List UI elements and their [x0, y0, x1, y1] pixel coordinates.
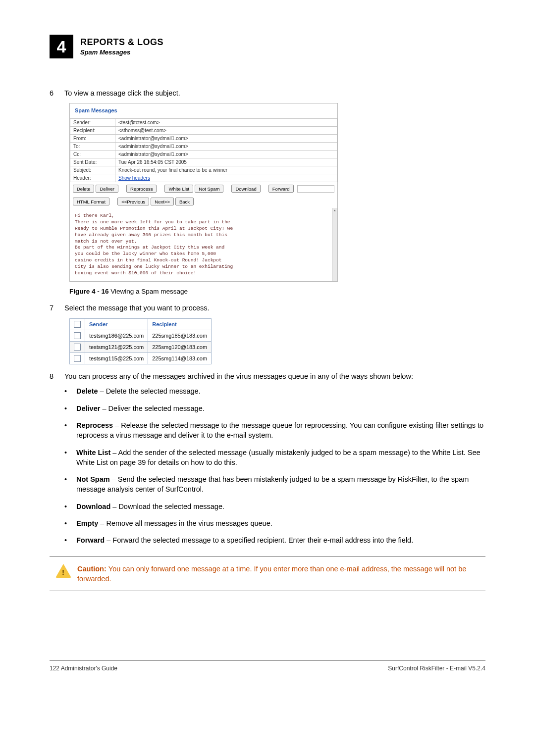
step-8: 8 You can process any of the messages ar…	[50, 371, 485, 381]
body-line: Be part of the winnings at Jackpot City …	[75, 245, 322, 251]
step-number: 8	[50, 371, 64, 381]
figure-text: Viewing a Spam message	[109, 288, 188, 295]
row-checkbox[interactable]	[74, 344, 81, 351]
table-row: testsmg115@225.com 225smg114@183.com	[70, 353, 212, 364]
caution-box: ! Caution: You can only forward one mess…	[50, 556, 485, 592]
cell-recipient: 225smg114@183.com	[148, 353, 212, 364]
reprocess-button[interactable]: Reprocess	[126, 185, 157, 193]
body-line: Hi there Karl,	[75, 213, 322, 219]
bullet-desc: – Send the selected message that has bee…	[76, 475, 469, 493]
caution-label: Caution:	[77, 565, 108, 573]
message-detail-table: Sender:<test@tctest.com> Recipient:<stho…	[70, 118, 337, 182]
row-checkbox[interactable]	[74, 355, 81, 362]
html-format-button[interactable]: HTML Format	[73, 198, 109, 205]
notspam-button[interactable]: Not Spam	[195, 185, 223, 193]
value-to: <administrator@sydmail1.com>	[115, 143, 337, 151]
step-text: Select the message that you want to proc…	[64, 303, 485, 313]
forward-input[interactable]	[297, 185, 334, 193]
caution-text: You can only forward one message at a ti…	[77, 565, 466, 583]
scroll-up-icon[interactable]: ▴	[332, 208, 337, 213]
scrollbar[interactable]: ▴	[332, 208, 337, 281]
body-line: match is not over yet.	[75, 239, 322, 245]
col-recipient: Recipient	[148, 318, 212, 330]
list-item: •Forward – Forward the selected message …	[64, 535, 485, 545]
bullet-term: Download	[76, 503, 110, 510]
whitelist-button[interactable]: White List	[164, 185, 193, 193]
body-line: boxing event worth $10,000 of their choi…	[75, 270, 322, 277]
bullet-term: Forward	[76, 536, 105, 544]
step-6: 6 To view a message click the subject.	[50, 88, 485, 98]
bullet-term: Not Spam	[76, 475, 110, 483]
forward-button[interactable]: Forward	[268, 185, 294, 193]
label-header: Header:	[70, 174, 115, 182]
figure-label: Figure 4 - 16	[69, 288, 109, 295]
bullet-desc: – Download the selected message.	[110, 503, 224, 510]
list-item: •Empty – Remove all messages in the viru…	[64, 518, 485, 528]
cell-recipient: 225smg120@183.com	[148, 341, 212, 353]
bullet-term: White List	[76, 449, 110, 456]
label-sent-date: Sent Date:	[70, 158, 115, 166]
bullet-desc: – Add the sender of the selected message…	[76, 449, 481, 466]
col-sender: Sender	[85, 318, 148, 330]
label-cc: Cc:	[70, 151, 115, 158]
panel-title: Spam Messages	[70, 103, 337, 118]
value-recipient: <sthomss@test.com>	[115, 127, 337, 135]
previous-button[interactable]: <<Previous	[117, 198, 149, 205]
message-select-table: Sender Recipient testsmg186@225.com 225s…	[69, 318, 212, 364]
chapter-subtitle: Spam Messages	[80, 49, 163, 56]
cell-sender: testsmg115@225.com	[85, 353, 148, 364]
next-button[interactable]: Next>>	[151, 198, 174, 205]
cell-recipient: 225smg185@183.com	[148, 330, 212, 341]
body-line: There is one more week left for you to t…	[75, 219, 322, 226]
bullet-desc: – Delete the selected message.	[98, 387, 201, 395]
step-number: 6	[50, 88, 64, 98]
list-item: •Download – Download the selected messag…	[64, 502, 485, 511]
label-subject: Subject:	[70, 166, 115, 174]
back-button[interactable]: Back	[175, 198, 194, 205]
cell-sender: testsmg121@225.com	[85, 341, 148, 353]
list-item: •Reprocess – Release the selected messag…	[64, 420, 485, 441]
table-row: testsmg121@225.com 225smg120@183.com	[70, 341, 212, 353]
bullet-desc: – Forward the selected message to a spec…	[105, 536, 413, 544]
chapter-header: 4 REPORTS & LOGS Spam Messages	[50, 35, 485, 58]
step-text: To view a message click the subject.	[64, 88, 485, 98]
spam-message-panel: Spam Messages Sender:<test@tctest.com> R…	[69, 103, 338, 282]
table-row: testsmg186@225.com 225smg185@183.com	[70, 330, 212, 341]
download-button[interactable]: Download	[231, 185, 260, 193]
label-from: From:	[70, 135, 115, 143]
value-subject: Knock-out round, your final chance to be…	[115, 166, 337, 174]
row-checkbox[interactable]	[74, 332, 81, 339]
chapter-title: REPORTS & LOGS	[80, 37, 163, 48]
footer-left: 122 Administrator's Guide	[50, 665, 117, 672]
bullet-desc: – Release the selected message to the me…	[76, 421, 483, 439]
bullet-desc: – Deliver the selected message.	[100, 404, 204, 412]
step-number: 7	[50, 303, 64, 313]
show-headers-link[interactable]: Show headers	[118, 175, 150, 181]
bullet-term: Empty	[76, 519, 98, 527]
page-footer: 122 Administrator's Guide SurfControl Ri…	[50, 660, 485, 672]
chapter-number-badge: 4	[50, 35, 73, 58]
body-line: Ready to Rumble Promotion this April at …	[75, 226, 322, 232]
warning-icon: !	[55, 564, 71, 578]
value-cc: <administrator@sydmail1.com>	[115, 151, 337, 158]
label-recipient: Recipient:	[70, 127, 115, 135]
value-from: <administrator@sydmail1.com>	[115, 135, 337, 143]
message-body: ▴ Hi there Karl, There is one more week …	[70, 208, 337, 281]
select-all-checkbox[interactable]	[74, 321, 81, 328]
list-item: •Deliver – Deliver the selected message.	[64, 403, 485, 413]
body-line: casino credits in the final Knock-out Ro…	[75, 257, 322, 264]
action-bullet-list: •Delete – Delete the selected message. •…	[64, 386, 485, 545]
list-item: •White List – Add the sender of the sele…	[64, 448, 485, 468]
body-line: have already given away 300 prizes this …	[75, 232, 322, 239]
bullet-term: Deliver	[76, 404, 100, 412]
delete-button[interactable]: Delete	[73, 185, 94, 193]
body-line: you could be the lucky winner who takes …	[75, 251, 322, 257]
label-sender: Sender:	[70, 119, 115, 127]
value-sent-date: Tue Apr 26 16:54:05 CST 2005	[115, 158, 337, 166]
bullet-term: Reprocess	[76, 421, 113, 429]
list-item: •Not Spam – Send the selected message th…	[64, 474, 485, 495]
deliver-button[interactable]: Deliver	[96, 185, 118, 193]
step-text: You can process any of the messages arch…	[64, 371, 485, 381]
bullet-term: Delete	[76, 387, 98, 395]
body-line: City is also sending one lucky winner to…	[75, 264, 322, 270]
